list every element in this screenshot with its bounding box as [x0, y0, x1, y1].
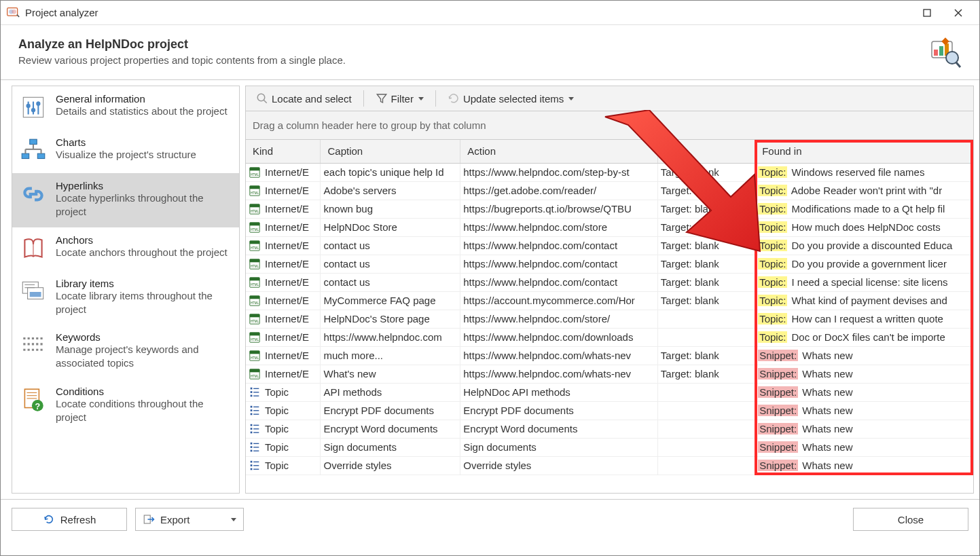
nav-item-title: General information [56, 93, 228, 105]
table-row[interactable]: HTMLInternet/EHelpNDoc Storehttps://www.… [246, 218, 973, 236]
svg-text:?: ? [35, 401, 40, 411]
svg-line-3 [17, 14, 19, 16]
svg-rect-105 [253, 450, 259, 451]
funnel-icon [376, 92, 388, 105]
nav-item-desc: Details and statistics about the project [56, 105, 228, 118]
footer: Refresh Export Close [1, 500, 979, 539]
hyperlinks-grid[interactable]: KindCaptionActionExtraFound inHTMLIntern… [245, 140, 974, 494]
table-row[interactable]: HTMLInternet/Emuch more...https://www.he… [246, 346, 973, 365]
svg-rect-28 [29, 193, 38, 196]
nav-item-title: Conditions [56, 386, 232, 397]
sidebar-item-general-information[interactable]: General informationDetails and statistic… [12, 86, 239, 130]
export-button[interactable]: Export [135, 508, 244, 531]
svg-text:HTML: HTML [251, 209, 259, 212]
svg-rect-88 [251, 405, 253, 407]
svg-rect-9 [939, 46, 943, 56]
svg-rect-97 [253, 428, 259, 429]
svg-text:HTML: HTML [251, 282, 259, 286]
page-heading: Analyze an HelpNDoc project [18, 37, 346, 52]
sidebar-item-keywords[interactable]: KeywordsManage project's keywords and as… [12, 325, 239, 379]
nav-item-title: Charts [56, 136, 196, 148]
nav-item-desc: Visualize the project's structure [56, 148, 196, 162]
table-row[interactable]: HTMLInternet/Econtact ushttps://www.help… [246, 236, 973, 255]
svg-rect-21 [30, 139, 37, 144]
table-row[interactable]: HTMLInternet/Econtact ushttps://www.help… [246, 255, 973, 273]
svg-rect-53 [250, 204, 259, 207]
nav-item-desc: Locate library items throughout the proj… [56, 289, 232, 317]
table-row[interactable]: HTMLInternet/Eeach topic's unique help I… [246, 163, 973, 181]
table-row[interactable]: TopicEncrypt Word documentsEncrypt Word … [246, 420, 973, 438]
svg-rect-96 [251, 428, 253, 430]
table-row[interactable]: HTMLInternet/EAdobe's servershttps://get… [246, 181, 973, 200]
update-selected-button[interactable]: Update selected items [441, 89, 580, 108]
svg-rect-8 [934, 50, 938, 56]
nav-icon [19, 180, 48, 208]
nav-item-desc: Locate anchors throughout the project [56, 246, 228, 259]
filter-button[interactable]: Filter [369, 89, 430, 108]
svg-rect-4 [924, 10, 930, 16]
sidebar-item-library-items[interactable]: Library itemsLocate library items throug… [12, 271, 239, 325]
nav-item-title: Keywords [56, 331, 232, 343]
svg-rect-86 [251, 394, 253, 396]
app-icon [6, 6, 20, 20]
sidebar: General informationDetails and statistic… [12, 86, 240, 494]
table-row[interactable]: HTMLInternet/Ehttps://www.helpndoc.comht… [246, 328, 973, 346]
column-header-found-in[interactable]: Found in [755, 140, 973, 163]
table-row[interactable]: HTMLInternet/EMyCommerce FAQ pagehttps:/… [246, 291, 973, 310]
column-header-action[interactable]: Action [460, 140, 658, 163]
nav-icon [19, 278, 48, 306]
svg-point-20 [36, 102, 40, 106]
group-by-bar[interactable]: Drag a column header here to group by th… [245, 111, 974, 140]
table-row[interactable]: TopicAPI methodsHelpNDoc API methodsSnip… [246, 383, 973, 401]
table-row[interactable]: HTMLInternet/Econtact ushttps://www.help… [246, 273, 973, 291]
table-row[interactable]: TopicEncrypt PDF documentsEncrypt PDF do… [246, 401, 973, 420]
svg-rect-84 [251, 391, 253, 393]
svg-rect-98 [251, 431, 253, 433]
svg-rect-107 [253, 461, 259, 462]
svg-rect-71 [250, 314, 259, 317]
svg-text:HTML: HTML [251, 356, 259, 359]
svg-rect-23 [37, 153, 45, 158]
table-row[interactable]: HTMLInternet/EWhat's newhttps://www.help… [246, 365, 973, 383]
close-window-button[interactable] [943, 1, 974, 25]
table-row[interactable]: TopicSign documentsSign documentsSnippet… [246, 438, 973, 456]
sidebar-item-charts[interactable]: ChartsVisualize the project's structure [12, 130, 239, 173]
nav-icon [19, 234, 48, 263]
svg-point-19 [31, 108, 35, 112]
sidebar-item-conditions[interactable]: ?ConditionsLocate conditions throughout … [12, 379, 239, 433]
svg-rect-102 [251, 446, 253, 448]
svg-line-45 [264, 100, 267, 103]
refresh-button[interactable]: Refresh [12, 508, 127, 531]
maximize-button[interactable] [911, 1, 943, 25]
close-button[interactable]: Close [853, 508, 968, 531]
nav-item-title: Hyperlinks [56, 180, 232, 191]
svg-rect-82 [251, 387, 253, 389]
table-row[interactable]: HTMLInternet/EHelpNDoc's Store pagehttps… [246, 310, 973, 328]
nav-item-desc: Locate conditions throughout the project [56, 397, 232, 425]
svg-point-44 [257, 94, 265, 101]
locate-and-select-button[interactable]: Locate and select [250, 89, 358, 108]
svg-point-12 [946, 52, 958, 64]
nav-item-desc: Manage project's keywords and associated… [56, 343, 232, 371]
export-icon [143, 513, 155, 525]
column-header-kind[interactable]: Kind [246, 140, 321, 163]
column-header-extra[interactable]: Extra [657, 140, 755, 163]
table-row[interactable]: TopicOverride stylesOverride stylesSnipp… [246, 456, 973, 475]
column-header-caption[interactable]: Caption [321, 140, 460, 163]
svg-rect-85 [253, 392, 259, 392]
svg-point-18 [26, 104, 31, 108]
svg-rect-106 [251, 460, 253, 462]
content: Locate and select Filter Update selected… [245, 86, 974, 494]
svg-text:HTML: HTML [251, 301, 259, 304]
header: Analyze an HelpNDoc project Review vario… [1, 25, 979, 79]
nav-item-title: Anchors [56, 234, 228, 246]
chevron-down-icon [568, 97, 574, 100]
svg-text:HTML: HTML [251, 191, 259, 194]
svg-text:HTML: HTML [251, 337, 259, 341]
sidebar-item-anchors[interactable]: AnchorsLocate anchors throughout the pro… [12, 227, 239, 271]
refresh-icon [448, 92, 460, 105]
sidebar-item-hyperlinks[interactable]: HyperlinksLocate hyperlinks throughout t… [12, 173, 239, 227]
svg-text:HTML: HTML [251, 264, 259, 267]
table-row[interactable]: HTMLInternet/Eknown bughttps://bugreport… [246, 200, 973, 218]
svg-rect-110 [251, 468, 253, 470]
